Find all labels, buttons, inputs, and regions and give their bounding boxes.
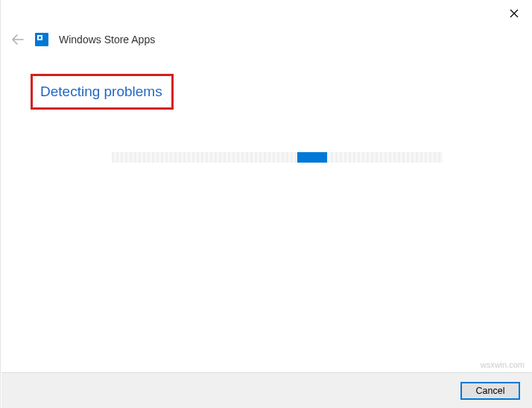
- app-title: Windows Store Apps: [59, 34, 155, 45]
- cancel-button-label: Cancel: [476, 386, 505, 396]
- progress-fill: [297, 152, 327, 163]
- watermark: wsxwin.com: [481, 360, 525, 369]
- troubleshooter-window: Windows Store Apps Detecting problems ws…: [0, 0, 532, 408]
- back-button[interactable]: [11, 33, 25, 46]
- close-button[interactable]: [505, 4, 523, 22]
- back-arrow-icon: [12, 34, 24, 45]
- status-text: Detecting problems: [40, 84, 162, 100]
- header: Windows Store Apps: [11, 33, 155, 46]
- close-icon: [510, 9, 519, 18]
- store-icon: [35, 33, 48, 46]
- footer: Cancel: [1, 372, 532, 408]
- cancel-button[interactable]: Cancel: [460, 382, 520, 400]
- progress-bar: [112, 152, 443, 163]
- status-highlight: Detecting problems: [31, 74, 174, 110]
